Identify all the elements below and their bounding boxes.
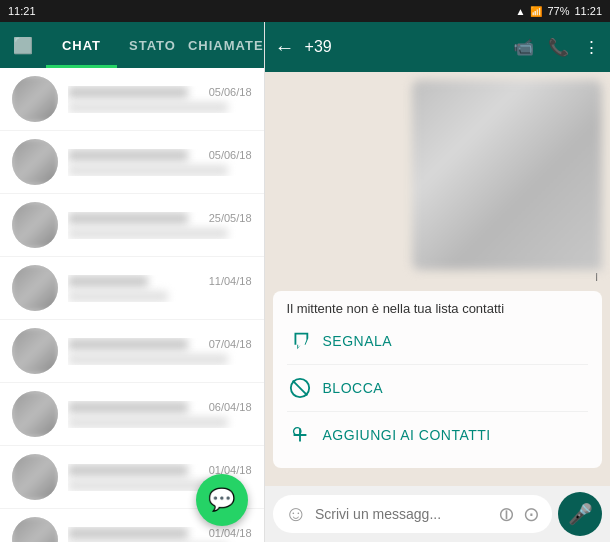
avatar (12, 391, 58, 437)
avatar (12, 139, 58, 185)
phone-call-icon[interactable]: 📞 (548, 37, 569, 58)
left-time: 11:21 (8, 5, 36, 17)
info-text: Il mittente non è nella tua lista contat… (287, 301, 588, 316)
avatar (12, 328, 58, 374)
chat-date: 05/06/18 (209, 149, 252, 161)
microphone-icon: 🎤 (568, 502, 593, 526)
emoji-button[interactable]: ☺ (285, 501, 307, 527)
message-time: I (412, 272, 602, 283)
chat-list: 05/06/18 05/06/18 (0, 68, 264, 542)
chat-preview (68, 165, 228, 176)
right-panel: ← +39 📹 📞 ⋮ I Il mittente non è nella tu… (265, 22, 610, 542)
left-status-panel: 11:21 (0, 0, 305, 22)
list-item[interactable]: 05/06/18 (0, 68, 264, 131)
tab-stato-label: STATO (129, 38, 176, 53)
chat-preview (68, 228, 228, 239)
right-header: ← +39 📹 📞 ⋮ (265, 22, 610, 72)
chat-preview (68, 102, 228, 113)
wifi-icon: ▲ (516, 6, 526, 17)
action-segnala[interactable]: SEGNALA (287, 328, 588, 364)
chat-date: 05/06/18 (209, 86, 252, 98)
chat-name (68, 464, 188, 477)
message-input[interactable] (315, 506, 490, 522)
signal-icon: 📶 (530, 6, 542, 17)
fab-new-chat[interactable]: 💬 (196, 474, 248, 526)
tab-chat[interactable]: CHAT (46, 22, 117, 68)
right-status-panel: ▲ 📶 77% 11:21 (305, 0, 610, 22)
chat-preview (68, 417, 228, 428)
aggiungi-label: AGGIUNGI AI CONTATTI (323, 427, 491, 443)
tab-chiamate[interactable]: CHIAMATE (188, 22, 264, 68)
input-wrapper: ☺ ⊘ ⊙ (273, 495, 552, 533)
chat-name (68, 86, 188, 99)
list-item[interactable]: 07/04/18 (0, 320, 264, 383)
more-options-icon[interactable]: ⋮ (583, 37, 600, 58)
chat-name (68, 401, 188, 414)
send-button[interactable]: 🎤 (558, 492, 602, 536)
tab-chiamate-label: CHIAMATE (188, 38, 264, 53)
info-box: Il mittente non è nella tua lista contat… (273, 291, 602, 468)
chat-name (68, 275, 148, 288)
main-area: ⬜ CHAT STATO CHIAMATE 05/06/18 (0, 22, 610, 542)
chat-date: 11/04/18 (209, 275, 252, 287)
list-item[interactable]: 11/04/18 (0, 257, 264, 320)
left-panel: ⬜ CHAT STATO CHIAMATE 05/06/18 (0, 22, 265, 542)
tab-stato[interactable]: STATO (117, 22, 188, 68)
chat-preview (68, 291, 168, 302)
camera-input-icon[interactable]: ⊙ (523, 502, 540, 526)
avatar (12, 202, 58, 248)
chat-date: 01/04/18 (209, 527, 252, 539)
blurred-image (412, 80, 602, 270)
chat-preview (68, 354, 228, 365)
segnala-icon (287, 328, 313, 354)
attach-icon[interactable]: ⊘ (492, 500, 521, 529)
chat-date: 25/05/18 (209, 212, 252, 224)
avatar (12, 454, 58, 500)
image-message: I (412, 80, 602, 283)
back-button[interactable]: ← (275, 36, 295, 59)
status-bar: 11:21 ▲ 📶 77% 11:21 (0, 0, 610, 22)
svg-line-1 (292, 381, 307, 396)
right-header-icons: 📹 📞 ⋮ (513, 37, 600, 58)
new-chat-icon: 💬 (208, 487, 235, 513)
avatar (12, 265, 58, 311)
chat-date: 06/04/18 (209, 401, 252, 413)
blocca-label: BLOCCA (323, 380, 384, 396)
chat-name (68, 149, 188, 162)
avatar (12, 517, 58, 542)
avatar (12, 76, 58, 122)
list-item[interactable]: 06/04/18 (0, 383, 264, 446)
segnala-label: SEGNALA (323, 333, 393, 349)
contact-number: +39 (305, 38, 503, 56)
tab-camera[interactable]: ⬜ (0, 22, 46, 68)
video-call-icon[interactable]: 📹 (513, 37, 534, 58)
battery-level: 77% (547, 5, 569, 17)
camera-icon: ⬜ (13, 36, 33, 55)
list-item[interactable]: 05/06/18 (0, 131, 264, 194)
blocca-icon (287, 375, 313, 401)
tabs-bar: ⬜ CHAT STATO CHIAMATE (0, 22, 264, 68)
chat-name (68, 527, 188, 540)
chat-date: 07/04/18 (209, 338, 252, 350)
action-aggiungi[interactable]: AGGIUNGI AI CONTATTI (287, 411, 588, 458)
tab-chat-label: CHAT (62, 38, 101, 53)
chat-area: I Il mittente non è nella tua lista cont… (265, 72, 610, 486)
aggiungi-icon (287, 422, 313, 448)
contact-info: +39 (305, 38, 503, 56)
chat-name (68, 338, 188, 351)
action-blocca[interactable]: BLOCCA (287, 364, 588, 411)
list-item[interactable]: 25/05/18 (0, 194, 264, 257)
chat-name (68, 212, 188, 225)
input-bar: ☺ ⊘ ⊙ 🎤 (265, 486, 610, 542)
right-time: 11:21 (574, 5, 602, 17)
